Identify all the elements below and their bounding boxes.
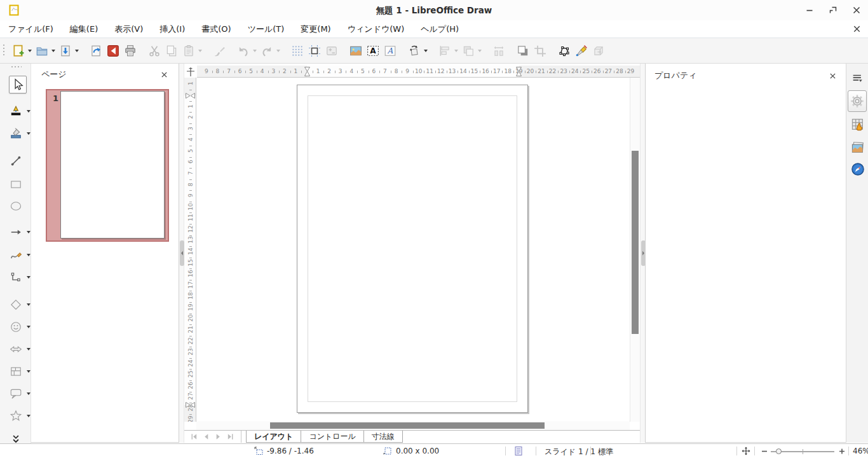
h-ruler-number: 6 [372,68,376,74]
rectangle-button[interactable] [8,176,24,193]
right-splitter-handle[interactable] [641,240,646,266]
zoom-slider[interactable] [771,451,834,452]
insert-line-button[interactable] [8,153,24,169]
menu-window[interactable]: ウィンドウ(W) [339,20,413,38]
menu-format[interactable]: 書式(O) [193,20,239,38]
menu-help[interactable]: ヘルプ(H) [412,20,467,38]
close-document-icon[interactable] [852,24,862,34]
vertical-ruler[interactable]: 1123456789101112131415161718192021222324… [184,78,196,422]
properties-panel-close-icon[interactable] [829,72,837,80]
display-grid-button[interactable] [288,42,306,59]
curves-and-polygons-dropdown[interactable] [25,247,31,263]
v-ruler-number: 4 [187,134,194,146]
insert-image-button[interactable] [347,42,364,59]
paste-dropdown[interactable] [197,42,203,59]
show-glue-points-button[interactable] [573,42,590,59]
page-style[interactable]: 標準 [598,447,613,457]
stars-and-banners-dropdown[interactable] [25,408,31,424]
new-button[interactable] [10,42,27,59]
left-splitter-handle[interactable] [180,240,184,266]
connectors-dropdown[interactable] [25,269,31,286]
align-objects-dropdown[interactable] [453,42,459,59]
rotate-dropdown[interactable] [423,42,429,59]
document-modified-icon[interactable] [513,446,524,456]
line-color-dropdown[interactable] [25,103,31,120]
callout-shapes-dropdown[interactable] [25,385,31,402]
block-arrows-dropdown[interactable] [25,341,31,357]
restore-button[interactable] [828,5,838,15]
connectors-button[interactable] [8,269,24,286]
lines-and-arrows-dropdown[interactable] [25,224,31,240]
flowchart-shapes-dropdown[interactable] [25,363,31,380]
ellipse-button[interactable] [8,198,24,214]
properties-deck-button[interactable] [848,90,867,112]
menu-file[interactable]: ファイル(F) [0,20,62,38]
page-thumbnail[interactable]: 1 [46,89,169,242]
block-arrows-button[interactable] [8,341,24,357]
drawing-viewport[interactable] [196,78,630,422]
layer-tab-controls[interactable]: コントロール [301,431,363,443]
basic-shapes-button[interactable] [8,296,24,313]
flowchart-shapes-button[interactable] [8,363,24,380]
save-dropdown[interactable] [74,42,80,59]
pages-panel-close-icon[interactable] [160,71,168,79]
h-ruler-margin-marker[interactable] [516,67,522,76]
fill-color-button[interactable] [8,125,24,142]
symbol-shapes-dropdown[interactable] [25,319,31,335]
insert-vertical-text-button[interactable]: A [381,42,398,59]
insert-text-box-button[interactable]: A [364,42,381,59]
zoom-slider-thumb[interactable] [776,448,782,454]
vertical-scrollbar[interactable] [630,78,640,422]
v-ruler-margin-marker[interactable] [186,93,195,99]
horizontal-ruler[interactable]: 9876543211234567891011121314151617181920… [197,66,640,78]
curves-and-polygons-button[interactable] [8,247,24,263]
menu-tools[interactable]: ツール(T) [240,20,293,38]
menu-modify[interactable]: 変更(M) [292,20,339,38]
symbol-shapes-button[interactable] [8,319,24,335]
line-color-button[interactable] [8,103,24,120]
new-dropdown[interactable] [27,42,33,59]
gallery-deck-button[interactable] [849,139,866,156]
sidebar-settings-button[interactable] [849,70,866,87]
drawing-toolbar-grip[interactable] [11,66,22,68]
horizontal-scrollbar-thumb[interactable] [270,422,545,429]
v-ruler-margin-marker[interactable] [186,402,195,408]
rotate-button[interactable] [405,42,423,59]
undo-dropdown[interactable] [252,42,258,59]
shapes-deck-button[interactable] [849,116,866,133]
export-button[interactable] [87,42,104,59]
page[interactable] [297,85,528,413]
callout-shapes-button[interactable] [8,385,24,402]
layer-tab-layout[interactable]: レイアウト [246,431,301,443]
snap-guides-button[interactable] [306,42,323,59]
close-window-button[interactable] [851,5,862,15]
edit-points-button[interactable] [555,42,573,59]
zoom-out-button[interactable] [759,446,770,456]
h-ruler-margin-marker[interactable] [304,67,310,76]
menu-edit[interactable]: 編集(E) [62,20,106,38]
arrange-dropdown[interactable] [477,42,483,59]
save-button[interactable] [57,42,74,59]
redo-dropdown[interactable] [275,42,281,59]
horizontal-scrollbar[interactable] [196,421,630,430]
export-pdf-button[interactable] [104,42,121,59]
open-dropdown[interactable] [50,42,57,59]
lines-and-arrows-button[interactable] [8,224,24,240]
shadow-button[interactable] [514,42,531,59]
basic-shapes-dropdown[interactable] [25,296,31,313]
vertical-scrollbar-thumb[interactable] [632,151,639,334]
fill-color-dropdown[interactable] [25,125,31,142]
minimize-button[interactable] [804,5,815,15]
zoom-in-button[interactable] [837,446,847,456]
menu-insert[interactable]: 挿入(I) [151,20,193,38]
select-button[interactable] [9,76,27,94]
layer-tab-dimension-lines[interactable]: 寸法線 [363,431,403,443]
left-splitter[interactable] [179,64,184,443]
menu-view[interactable]: 表示(V) [106,20,151,38]
fit-slide-icon[interactable] [741,446,751,456]
print-button[interactable] [121,42,139,59]
open-button[interactable] [33,42,50,59]
stars-and-banners-button[interactable] [8,408,24,424]
right-splitter[interactable] [640,64,646,443]
navigator-deck-button[interactable] [849,160,866,177]
